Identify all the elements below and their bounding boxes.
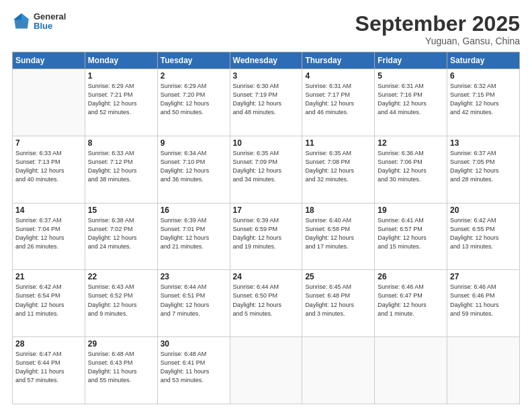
day-info: Sunrise: 6:43 AM Sunset: 6:52 PM Dayligh… (88, 283, 154, 318)
day-info: Sunrise: 6:31 AM Sunset: 7:17 PM Dayligh… (305, 82, 371, 117)
calendar-cell (447, 337, 520, 404)
day-number: 24 (233, 272, 300, 281)
day-number: 29 (88, 339, 154, 349)
day-number: 1 (88, 71, 154, 81)
calendar-cell: 11Sunrise: 6:35 AM Sunset: 7:08 PM Dayli… (302, 136, 375, 203)
header: General Blue September 2025 Yuguan, Gans… (12, 12, 520, 46)
calendar-cell: 4Sunrise: 6:31 AM Sunset: 7:17 PM Daylig… (302, 69, 375, 136)
day-info: Sunrise: 6:44 AM Sunset: 6:50 PM Dayligh… (233, 283, 300, 318)
calendar-cell: 14Sunrise: 6:37 AM Sunset: 7:04 PM Dayli… (13, 203, 85, 270)
calendar-cell: 30Sunrise: 6:48 AM Sunset: 6:41 PM Dayli… (157, 337, 230, 404)
day-number: 11 (305, 138, 371, 148)
logo-general: General (34, 12, 66, 21)
day-info: Sunrise: 6:36 AM Sunset: 7:06 PM Dayligh… (378, 149, 444, 184)
day-info: Sunrise: 6:34 AM Sunset: 7:10 PM Dayligh… (161, 149, 227, 184)
location: Yuguan, Gansu, China (355, 36, 520, 46)
day-info: Sunrise: 6:33 AM Sunset: 7:12 PM Dayligh… (88, 149, 154, 184)
calendar-cell (375, 337, 447, 404)
logo: General Blue (12, 12, 66, 32)
day-info: Sunrise: 6:48 AM Sunset: 6:43 PM Dayligh… (88, 350, 154, 385)
day-info: Sunrise: 6:35 AM Sunset: 7:09 PM Dayligh… (233, 149, 300, 184)
week-row-4: 21Sunrise: 6:42 AM Sunset: 6:54 PM Dayli… (13, 270, 520, 337)
day-info: Sunrise: 6:48 AM Sunset: 6:41 PM Dayligh… (161, 350, 227, 385)
day-info: Sunrise: 6:46 AM Sunset: 6:46 PM Dayligh… (450, 283, 517, 318)
day-info: Sunrise: 6:44 AM Sunset: 6:51 PM Dayligh… (161, 283, 227, 318)
calendar-cell: 19Sunrise: 6:41 AM Sunset: 6:57 PM Dayli… (375, 203, 447, 270)
header-thursday: Thursday (302, 52, 375, 69)
calendar-cell: 8Sunrise: 6:33 AM Sunset: 7:12 PM Daylig… (85, 136, 157, 203)
day-info: Sunrise: 6:38 AM Sunset: 7:02 PM Dayligh… (88, 216, 154, 251)
day-info: Sunrise: 6:29 AM Sunset: 7:21 PM Dayligh… (88, 82, 154, 117)
calendar-cell: 20Sunrise: 6:42 AM Sunset: 6:55 PM Dayli… (447, 203, 520, 270)
day-number: 10 (233, 138, 300, 148)
day-number: 5 (378, 71, 444, 81)
day-number: 20 (450, 205, 517, 215)
day-number: 26 (378, 272, 444, 281)
calendar-cell: 3Sunrise: 6:30 AM Sunset: 7:19 PM Daylig… (230, 69, 302, 136)
header-monday: Monday (85, 52, 157, 69)
day-info: Sunrise: 6:37 AM Sunset: 7:04 PM Dayligh… (15, 216, 82, 251)
day-info: Sunrise: 6:45 AM Sunset: 6:48 PM Dayligh… (305, 283, 371, 318)
calendar-cell: 16Sunrise: 6:39 AM Sunset: 7:01 PM Dayli… (157, 203, 230, 270)
calendar-cell: 27Sunrise: 6:46 AM Sunset: 6:46 PM Dayli… (447, 270, 520, 337)
day-number: 15 (88, 205, 154, 215)
month-title: September 2025 (355, 12, 520, 36)
day-info: Sunrise: 6:39 AM Sunset: 7:01 PM Dayligh… (161, 216, 227, 251)
day-number: 6 (450, 71, 517, 81)
day-number: 21 (15, 272, 82, 281)
day-info: Sunrise: 6:35 AM Sunset: 7:08 PM Dayligh… (305, 149, 371, 184)
day-number: 7 (15, 138, 82, 148)
calendar-cell: 29Sunrise: 6:48 AM Sunset: 6:43 PM Dayli… (85, 337, 157, 404)
calendar-cell (302, 337, 375, 404)
calendar-cell: 22Sunrise: 6:43 AM Sunset: 6:52 PM Dayli… (85, 270, 157, 337)
day-info: Sunrise: 6:46 AM Sunset: 6:47 PM Dayligh… (378, 283, 444, 318)
day-number: 4 (305, 71, 371, 81)
day-info: Sunrise: 6:47 AM Sunset: 6:44 PM Dayligh… (15, 350, 82, 385)
calendar-cell: 18Sunrise: 6:40 AM Sunset: 6:58 PM Dayli… (302, 203, 375, 270)
day-number: 27 (450, 272, 517, 281)
day-info: Sunrise: 6:30 AM Sunset: 7:19 PM Dayligh… (233, 82, 300, 117)
title-block: September 2025 Yuguan, Gansu, China (355, 12, 520, 46)
calendar-cell: 26Sunrise: 6:46 AM Sunset: 6:47 PM Dayli… (375, 270, 447, 337)
day-number: 18 (305, 205, 371, 215)
calendar-cell: 21Sunrise: 6:42 AM Sunset: 6:54 PM Dayli… (13, 270, 85, 337)
day-number: 14 (15, 205, 82, 215)
calendar-cell: 12Sunrise: 6:36 AM Sunset: 7:06 PM Dayli… (375, 136, 447, 203)
calendar-table: Sunday Monday Tuesday Wednesday Thursday… (12, 52, 520, 404)
day-info: Sunrise: 6:39 AM Sunset: 6:59 PM Dayligh… (233, 216, 300, 251)
day-number: 30 (161, 339, 227, 349)
calendar-cell: 17Sunrise: 6:39 AM Sunset: 6:59 PM Dayli… (230, 203, 302, 270)
calendar-cell: 2Sunrise: 6:29 AM Sunset: 7:20 PM Daylig… (157, 69, 230, 136)
header-wednesday: Wednesday (230, 52, 302, 69)
day-info: Sunrise: 6:31 AM Sunset: 7:16 PM Dayligh… (378, 82, 444, 117)
day-info: Sunrise: 6:32 AM Sunset: 7:15 PM Dayligh… (450, 82, 517, 117)
calendar-cell: 24Sunrise: 6:44 AM Sunset: 6:50 PM Dayli… (230, 270, 302, 337)
calendar-cell: 7Sunrise: 6:33 AM Sunset: 7:13 PM Daylig… (13, 136, 85, 203)
calendar-cell: 1Sunrise: 6:29 AM Sunset: 7:21 PM Daylig… (85, 69, 157, 136)
week-row-5: 28Sunrise: 6:47 AM Sunset: 6:44 PM Dayli… (13, 337, 520, 404)
day-info: Sunrise: 6:42 AM Sunset: 6:55 PM Dayligh… (450, 216, 517, 251)
day-number: 13 (450, 138, 517, 148)
day-number: 9 (161, 138, 227, 148)
logo-blue: Blue (34, 21, 66, 31)
day-number: 3 (233, 71, 300, 81)
day-info: Sunrise: 6:29 AM Sunset: 7:20 PM Dayligh… (161, 82, 227, 117)
day-info: Sunrise: 6:42 AM Sunset: 6:54 PM Dayligh… (15, 283, 82, 318)
day-number: 2 (161, 71, 227, 81)
day-info: Sunrise: 6:40 AM Sunset: 6:58 PM Dayligh… (305, 216, 371, 251)
day-info: Sunrise: 6:37 AM Sunset: 7:05 PM Dayligh… (450, 149, 517, 184)
header-friday: Friday (375, 52, 447, 69)
calendar-cell: 28Sunrise: 6:47 AM Sunset: 6:44 PM Dayli… (13, 337, 85, 404)
week-row-2: 7Sunrise: 6:33 AM Sunset: 7:13 PM Daylig… (13, 136, 520, 203)
day-number: 16 (161, 205, 227, 215)
day-number: 19 (378, 205, 444, 215)
calendar-cell: 13Sunrise: 6:37 AM Sunset: 7:05 PM Dayli… (447, 136, 520, 203)
logo-text: General Blue (34, 12, 66, 32)
day-number: 12 (378, 138, 444, 148)
calendar-cell: 5Sunrise: 6:31 AM Sunset: 7:16 PM Daylig… (375, 69, 447, 136)
day-number: 22 (88, 272, 154, 281)
day-number: 23 (161, 272, 227, 281)
day-number: 25 (305, 272, 371, 281)
week-row-3: 14Sunrise: 6:37 AM Sunset: 7:04 PM Dayli… (13, 203, 520, 270)
day-info: Sunrise: 6:41 AM Sunset: 6:57 PM Dayligh… (378, 216, 444, 251)
